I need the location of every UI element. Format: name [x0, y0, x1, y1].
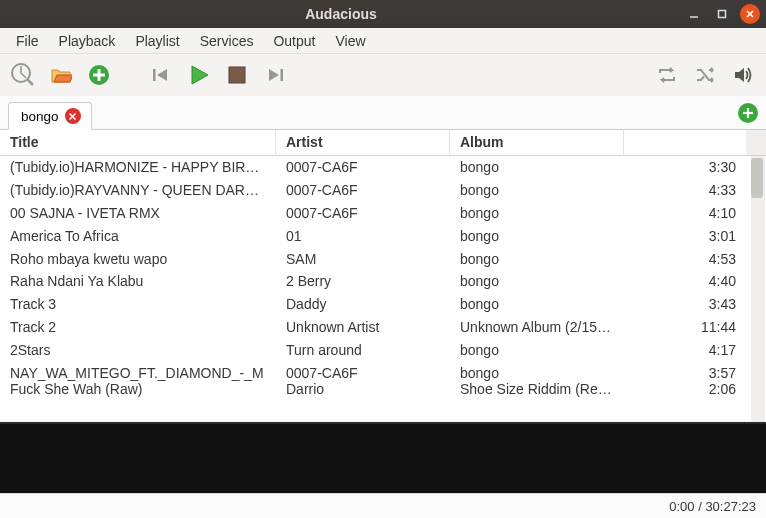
cell-duration: 4:17	[676, 342, 746, 358]
cell-artist: 0007-CA6F	[276, 365, 450, 381]
cell-artist: 0007-CA6F	[276, 159, 450, 175]
menu-output[interactable]: Output	[263, 30, 325, 52]
cell-album: bongo	[450, 159, 624, 175]
cell-duration: 3:43	[676, 296, 746, 312]
table-row[interactable]: Fuck She Wah (Raw)DarrioShoe Size Riddim…	[0, 384, 766, 395]
cell-duration: 4:10	[676, 205, 746, 221]
table-row[interactable]: 2StarsTurn aroundbongo4:17	[0, 338, 766, 361]
cell-duration: 4:53	[676, 251, 746, 267]
cell-title: America To Africa	[0, 228, 276, 244]
cell-artist: Darrio	[276, 381, 450, 397]
minimize-button[interactable]	[684, 4, 704, 24]
svg-rect-11	[281, 69, 284, 81]
track-list[interactable]: (Tubidy.io)HARMONIZE - HAPPY BIRT…0007-C…	[0, 156, 766, 422]
close-tab-icon[interactable]	[65, 108, 81, 124]
cell-artist: Daddy	[276, 296, 450, 312]
table-row[interactable]: Raha Ndani Ya Klabu2 Berrybongo4:40	[0, 270, 766, 293]
table-row[interactable]: Track 2Unknown ArtistUnknown Album (2/15…	[0, 316, 766, 339]
cell-duration: 11:44	[676, 319, 746, 335]
cell-duration: 4:40	[676, 273, 746, 289]
cell-title: Track 3	[0, 296, 276, 312]
cell-album: bongo	[450, 296, 624, 312]
previous-icon[interactable]	[148, 62, 174, 88]
header-title[interactable]: Title	[0, 130, 276, 155]
cell-title: NAY_WA_MITEGO_FT._DIAMOND_-_M	[0, 365, 276, 381]
header-scroll-gutter	[746, 130, 766, 155]
cell-artist: Turn around	[276, 342, 450, 358]
header-spacer	[624, 130, 676, 155]
cell-title: Roho mbaya kwetu wapo	[0, 251, 276, 267]
cell-artist: SAM	[276, 251, 450, 267]
shuffle-icon[interactable]	[692, 62, 718, 88]
window-title: Audacious	[6, 6, 676, 22]
column-headers: Title Artist Album	[0, 130, 766, 156]
cell-album: bongo	[450, 342, 624, 358]
table-row[interactable]: (Tubidy.io)HARMONIZE - HAPPY BIRT…0007-C…	[0, 156, 766, 179]
table-row[interactable]: Track 3Daddybongo3:43	[0, 293, 766, 316]
maximize-button[interactable]	[712, 4, 732, 24]
add-icon[interactable]	[86, 62, 112, 88]
svg-rect-1	[719, 11, 726, 18]
next-icon[interactable]	[262, 62, 288, 88]
cell-album: Unknown Album (2/15…	[450, 319, 624, 335]
repeat-icon[interactable]	[654, 62, 680, 88]
volume-icon[interactable]	[730, 62, 756, 88]
cell-duration: 3:01	[676, 228, 746, 244]
statusbar: 0:00 / 30:27:23	[0, 494, 766, 518]
cell-duration: 3:57	[676, 365, 746, 381]
visualizer	[0, 422, 766, 494]
header-album[interactable]: Album	[450, 130, 624, 155]
cell-album: bongo	[450, 365, 624, 381]
cell-album: bongo	[450, 273, 624, 289]
cell-title: Raha Ndani Ya Klabu	[0, 273, 276, 289]
cell-title: (Tubidy.io)HARMONIZE - HAPPY BIRT…	[0, 159, 276, 175]
header-artist[interactable]: Artist	[276, 130, 450, 155]
add-playlist-icon[interactable]	[738, 103, 758, 123]
cell-title: (Tubidy.io)RAYVANNY - QUEEN DARL…	[0, 182, 276, 198]
cell-duration: 3:30	[676, 159, 746, 175]
cell-artist: 01	[276, 228, 450, 244]
playlist-tabbar: bongo	[0, 96, 766, 130]
cell-album: bongo	[450, 205, 624, 221]
cell-artist: 0007-CA6F	[276, 182, 450, 198]
cell-title: 2Stars	[0, 342, 276, 358]
menu-view[interactable]: View	[325, 30, 375, 52]
close-button[interactable]	[740, 4, 760, 24]
table-row[interactable]: (Tubidy.io)RAYVANNY - QUEEN DARL…0007-CA…	[0, 179, 766, 202]
scrollbar-thumb[interactable]	[751, 158, 763, 198]
cell-artist: 2 Berry	[276, 273, 450, 289]
menu-file[interactable]: File	[6, 30, 49, 52]
cell-album: bongo	[450, 251, 624, 267]
cell-duration: 4:33	[676, 182, 746, 198]
playlist-tab-label: bongo	[21, 109, 59, 124]
cell-artist: 0007-CA6F	[276, 205, 450, 221]
svg-line-5	[27, 79, 33, 85]
cell-album: bongo	[450, 228, 624, 244]
cell-album: bongo	[450, 182, 624, 198]
scrollbar-track[interactable]	[751, 156, 765, 422]
cell-title: Fuck She Wah (Raw)	[0, 381, 276, 397]
table-row[interactable]: America To Africa01bongo3:01	[0, 224, 766, 247]
menu-playback[interactable]: Playback	[49, 30, 126, 52]
svg-rect-9	[153, 69, 156, 81]
cell-title: Track 2	[0, 319, 276, 335]
cell-title: 00 SAJNA - IVETA RMX	[0, 205, 276, 221]
toolbar	[0, 54, 766, 96]
table-row[interactable]: 00 SAJNA - IVETA RMX0007-CA6Fbongo4:10	[0, 202, 766, 225]
svg-rect-10	[229, 67, 245, 83]
titlebar: Audacious	[0, 0, 766, 28]
table-row[interactable]: Roho mbaya kwetu wapoSAMbongo4:53	[0, 247, 766, 270]
menu-playlist[interactable]: Playlist	[125, 30, 189, 52]
time-status: 0:00 / 30:27:23	[669, 499, 756, 514]
cell-album: Shoe Size Riddim (Re…	[450, 381, 624, 397]
search-icon[interactable]	[10, 62, 36, 88]
play-icon[interactable]	[186, 62, 212, 88]
cell-artist: Unknown Artist	[276, 319, 450, 335]
menu-services[interactable]: Services	[190, 30, 264, 52]
playlist-tab[interactable]: bongo	[8, 102, 92, 130]
menubar: File Playback Playlist Services Output V…	[0, 28, 766, 54]
stop-icon[interactable]	[224, 62, 250, 88]
cell-duration: 2:06	[676, 381, 746, 397]
open-file-icon[interactable]	[48, 62, 74, 88]
header-duration[interactable]	[676, 130, 746, 155]
